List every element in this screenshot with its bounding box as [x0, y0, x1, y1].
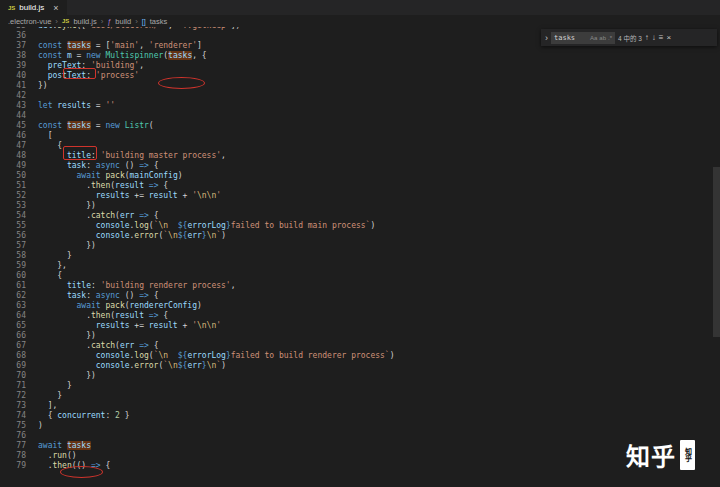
code-line[interactable]: 72 } — [0, 391, 720, 401]
code-line[interactable]: 68 console.log(`\n ${errorLog}failed to … — [0, 351, 720, 361]
code-line[interactable]: 67 .catch(err => { — [0, 341, 720, 351]
code-line[interactable]: 50 await pack(mainConfig) — [0, 171, 720, 181]
code-text[interactable]: console.error(`\n${err}\n`) — [38, 231, 226, 240]
code-line[interactable]: 54 .catch(err => { — [0, 211, 720, 221]
code-line[interactable]: 49 task: async () => { — [0, 161, 720, 171]
find-in-selection-icon[interactable]: ≡ — [659, 34, 664, 42]
code-line[interactable]: 62 task: async () => { — [0, 291, 720, 301]
code-text[interactable]: }) — [38, 81, 48, 90]
editor[interactable]: 35del.sync(['dist/electron/*', '!.gitkee… — [0, 27, 720, 487]
code-text[interactable]: results += result + '\n\n' — [38, 321, 221, 330]
code-text[interactable]: }) — [38, 371, 96, 380]
code-line[interactable]: 42 — [0, 91, 720, 101]
code-line[interactable]: 61 title: 'building renderer process', — [0, 281, 720, 291]
breadcrumb-symbol-tasks[interactable]: tasks — [150, 17, 168, 26]
code-line[interactable]: 74 { concurrent: 2 } — [0, 411, 720, 421]
code-line[interactable]: 59 }, — [0, 261, 720, 271]
code-line[interactable]: 47 { — [0, 141, 720, 151]
code-line[interactable]: 45const tasks = new Listr( — [0, 121, 720, 131]
close-icon[interactable]: × — [667, 34, 672, 42]
code-text[interactable]: .then(() => { — [38, 461, 110, 470]
code-text[interactable]: .catch(err => { — [38, 341, 158, 350]
code-text[interactable]: }, — [38, 261, 67, 270]
code-line[interactable]: 56 console.error(`\n${err}\n`) — [0, 231, 720, 241]
code-line[interactable]: 73 ], — [0, 401, 720, 411]
find-input[interactable]: tasks Aa ab .* — [551, 32, 615, 44]
code-line[interactable]: 43let results = '' — [0, 101, 720, 111]
code-text[interactable]: }) — [38, 241, 96, 250]
code-text[interactable]: .then(result => { — [38, 311, 168, 320]
breadcrumb-folder[interactable]: .electron-vue — [8, 17, 51, 26]
code-text[interactable]: } — [38, 251, 72, 260]
breadcrumb-symbol-build[interactable]: build — [115, 17, 131, 26]
code-line[interactable]: 65 results += result + '\n\n' — [0, 321, 720, 331]
tab-close-icon[interactable]: × — [53, 4, 58, 12]
code-text[interactable]: postText: 'process' — [38, 71, 139, 80]
code-line[interactable]: 55 console.log(`\n ${errorLog}failed to … — [0, 221, 720, 231]
code-text[interactable]: } — [38, 391, 62, 400]
code-line[interactable]: 44 — [0, 111, 720, 121]
code-line[interactable]: 58 } — [0, 251, 720, 261]
code-text[interactable]: [ — [38, 131, 52, 140]
code-text[interactable]: console.log(`\n ${errorLog}failed to bui… — [38, 351, 395, 360]
code-line[interactable]: 39 preText: 'building', — [0, 61, 720, 71]
code-text[interactable]: .catch(err => { — [38, 211, 158, 220]
code-text[interactable]: del.sync(['dist/electron/*', '!.gitkeep'… — [38, 27, 240, 30]
code-line[interactable]: 77await tasks — [0, 441, 720, 451]
code-line[interactable]: 71 } — [0, 381, 720, 391]
code-line[interactable]: 48 title: 'building master process', — [0, 151, 720, 161]
code-line[interactable]: 76 — [0, 431, 720, 441]
regex-icon[interactable]: .* — [608, 35, 612, 41]
code-text[interactable]: preText: 'building', — [38, 61, 144, 70]
code-text[interactable]: console.error(`\n${err}\n`) — [38, 361, 226, 370]
previous-match-icon[interactable]: ↑ — [645, 34, 649, 42]
code-text[interactable]: } — [38, 381, 72, 390]
code-text[interactable]: { concurrent: 2 } — [38, 411, 130, 420]
code-text[interactable]: }) — [38, 201, 96, 210]
code-line[interactable]: 52 results += result + '\n\n' — [0, 191, 720, 201]
code-area[interactable]: 35del.sync(['dist/electron/*', '!.gitkee… — [0, 27, 720, 471]
code-text[interactable]: ) — [38, 421, 43, 430]
code-text[interactable]: ], — [38, 401, 57, 410]
code-text[interactable]: const m = new Multispinner(tasks, { — [38, 51, 207, 60]
whole-word-icon[interactable]: ab — [599, 35, 606, 41]
code-text[interactable]: await pack(rendererConfig) — [38, 301, 202, 310]
code-text[interactable]: .run() — [38, 451, 77, 460]
code-text[interactable]: const tasks = ['main', 'renderer'] — [38, 41, 202, 50]
code-line[interactable]: 60 { — [0, 271, 720, 281]
code-text[interactable]: results += result + '\n\n' — [38, 191, 221, 200]
code-line[interactable]: 63 await pack(rendererConfig) — [0, 301, 720, 311]
code-text[interactable]: await pack(mainConfig) — [38, 171, 183, 180]
code-line[interactable]: 66 }) — [0, 331, 720, 341]
code-text[interactable]: { — [38, 271, 62, 280]
code-text[interactable]: { — [38, 141, 62, 150]
code-text[interactable]: .then(result => { — [38, 181, 168, 190]
tab-build-js[interactable]: JS build.js × — [0, 0, 67, 15]
toggle-replace-chevron-icon[interactable]: › — [545, 33, 548, 43]
code-line[interactable]: 78 .run() — [0, 451, 720, 461]
code-line[interactable]: 46 [ — [0, 131, 720, 141]
match-case-icon[interactable]: Aa — [590, 35, 597, 41]
code-text[interactable]: let results = '' — [38, 101, 115, 110]
code-line[interactable]: 64 .then(result => { — [0, 311, 720, 321]
code-line[interactable]: 51 .then(result => { — [0, 181, 720, 191]
code-text[interactable]: task: async () => { — [38, 161, 158, 170]
code-line[interactable]: 75) — [0, 421, 720, 431]
breadcrumb-file[interactable]: build.js — [73, 17, 96, 26]
code-text[interactable]: title: 'building renderer process', — [38, 281, 236, 290]
code-text[interactable]: }) — [38, 331, 96, 340]
vertical-scrollbar[interactable] — [713, 167, 720, 337]
code-text[interactable]: await tasks — [38, 441, 91, 450]
code-line[interactable]: 41}) — [0, 81, 720, 91]
code-line[interactable]: 40 postText: 'process' — [0, 71, 720, 81]
code-line[interactable]: 38const m = new Multispinner(tasks, { — [0, 51, 720, 61]
code-line[interactable]: 70 }) — [0, 371, 720, 381]
next-match-icon[interactable]: ↓ — [652, 34, 656, 42]
code-text[interactable]: title: 'building master process', — [38, 151, 226, 160]
code-text[interactable]: task: async () => { — [38, 291, 158, 300]
code-line[interactable]: 69 console.error(`\n${err}\n`) — [0, 361, 720, 371]
code-text[interactable]: console.log(`\n ${errorLog}failed to bui… — [38, 221, 375, 230]
code-line[interactable]: 79 .then(() => { — [0, 461, 720, 471]
code-line[interactable]: 57 }) — [0, 241, 720, 251]
code-line[interactable]: 53 }) — [0, 201, 720, 211]
